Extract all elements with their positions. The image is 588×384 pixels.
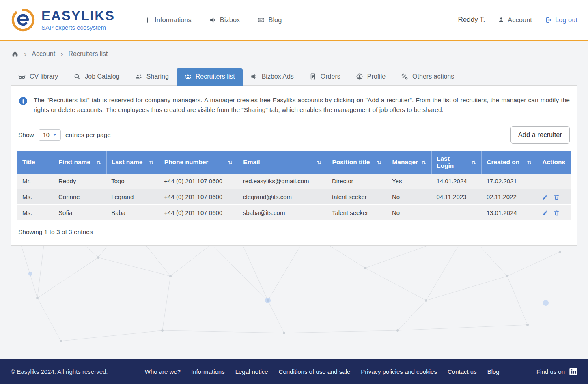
column-header-email[interactable]: Email — [238, 151, 327, 174]
entries-per-page-value: 10 — [43, 132, 50, 138]
table-cell: Ms. — [17, 189, 54, 205]
tab-label: Bizbox Ads — [262, 73, 294, 80]
column-header-last-login[interactable]: Last Login — [432, 151, 482, 174]
table-header-row: TitleFirst nameLast namePhone numberEmai… — [17, 151, 571, 174]
info-banner: The "Recruiters list" tab is reserved fo… — [17, 94, 571, 115]
edit-recruiter-button[interactable] — [542, 194, 548, 200]
top-header: EASYLIKS SAP experts ecosystem Informati… — [0, 0, 588, 41]
column-header-actions: Actions — [537, 151, 571, 174]
nav-item-informations[interactable]: Informations — [144, 16, 192, 24]
tab-others-actions[interactable]: Others actions — [393, 68, 462, 86]
megaphone-icon — [209, 17, 216, 24]
delete-recruiter-button[interactable] — [554, 210, 560, 216]
column-label: Actions — [542, 159, 565, 166]
table-cell: Director — [327, 174, 387, 189]
column-header-manager[interactable]: Manager — [387, 151, 432, 174]
pencil-icon — [542, 194, 548, 200]
column-header-first-name[interactable]: First name — [54, 151, 106, 174]
linkedin-icon[interactable] — [569, 367, 577, 376]
footer-link[interactable]: Contact us — [448, 368, 477, 375]
tab-bizbox-ads[interactable]: Bizbox Ads — [243, 68, 302, 86]
sort-icon — [377, 160, 382, 165]
footer-link[interactable]: Legal notice — [235, 368, 268, 375]
glasses-icon — [18, 73, 26, 80]
sharing-users-icon — [135, 73, 142, 80]
edit-recruiter-button[interactable] — [542, 210, 548, 216]
nav-item-blog[interactable]: Blog — [258, 16, 282, 24]
recruiter-row: Mr.ReddyTogo+44 (0) 201 107 0600red.easy… — [17, 174, 571, 189]
table-controls: Show 10 entries per page Add a recruiter — [17, 126, 571, 144]
actions-cell — [537, 205, 571, 221]
tab-label: Sharing — [146, 73, 169, 80]
actions-cell — [537, 174, 571, 189]
table-cell: 14.01.2024 — [432, 174, 482, 189]
add-recruiter-button[interactable]: Add a recruiter — [510, 126, 570, 144]
footer-link[interactable]: Blog — [487, 368, 500, 375]
column-label: Created on — [487, 159, 519, 166]
table-cell: 13.01.2024 — [482, 205, 537, 221]
table-cell: Corinne — [54, 189, 106, 205]
column-label: Last name — [112, 159, 143, 166]
brand-logo[interactable]: EASYLIKS SAP experts ecosystem — [11, 7, 115, 32]
tab-label: Others actions — [412, 73, 454, 80]
tab-label: Recruiters list — [196, 73, 235, 80]
column-header-title: Title — [17, 151, 54, 174]
footer-link[interactable]: Conditions of use and sale — [279, 368, 351, 375]
delete-recruiter-button[interactable] — [554, 194, 560, 200]
entries-per-page-select[interactable]: 10 — [39, 129, 61, 141]
header-right: Reddy T. Account Log out — [458, 16, 577, 24]
user-icon — [498, 17, 504, 23]
tab-profile[interactable]: Profile — [348, 68, 393, 86]
sort-icon — [471, 160, 476, 165]
tab-bar: CV library Job Catalog Sharing Recruiter… — [0, 68, 588, 86]
account-link[interactable]: Account — [498, 16, 532, 24]
tab-label: Profile — [367, 73, 386, 80]
sort-icon — [149, 160, 154, 165]
table-cell: Sofia — [54, 205, 106, 221]
column-header-position-title[interactable]: Position title — [327, 151, 387, 174]
copyright-text: © Easyliks 2024. All rights reserved. — [11, 368, 108, 375]
column-label: Title — [22, 159, 35, 166]
recruiters-panel: The "Recruiters list" tab is reserved fo… — [11, 85, 577, 246]
sort-icon — [228, 160, 233, 165]
tab-job-catalog[interactable]: Job Catalog — [66, 68, 127, 86]
logout-link[interactable]: Log out — [545, 16, 577, 24]
breadcrumb-account[interactable]: Account — [32, 50, 55, 58]
footer-link[interactable]: Informations — [191, 368, 225, 375]
tab-sharing[interactable]: Sharing — [127, 68, 177, 86]
footer-link[interactable]: Privacy policies and cookies — [361, 368, 437, 375]
tab-orders[interactable]: Orders — [302, 68, 348, 86]
column-header-last-name[interactable]: Last name — [106, 151, 159, 174]
actions-cell — [537, 189, 571, 205]
nav-item-bizbox[interactable]: Bizbox — [209, 16, 240, 24]
nav-label: Bizbox — [220, 16, 240, 24]
easyliks-logo-icon — [11, 7, 36, 32]
sort-icon — [527, 160, 532, 165]
sort-icon — [317, 160, 322, 165]
brand-tagline: SAP experts ecosystem — [41, 24, 115, 31]
table-cell: Talent seeker — [327, 205, 387, 221]
column-label: Manager — [392, 159, 418, 166]
tab-recruiters-list[interactable]: Recruiters list — [177, 68, 243, 86]
column-header-phone-number[interactable]: Phone number — [159, 151, 238, 174]
table-cell: Reddy — [54, 174, 106, 189]
logout-label: Log out — [555, 16, 577, 24]
row-actions — [542, 210, 566, 216]
table-cell: +44 (0) 201 107 0600 — [159, 205, 238, 221]
footer-link[interactable]: Who are we? — [145, 368, 181, 375]
column-header-created-on[interactable]: Created on — [482, 151, 537, 174]
column-label: Position title — [332, 159, 370, 166]
tab-label: Job Catalog — [85, 73, 119, 80]
page-body: Account Recruiters list CV library Job C… — [0, 41, 588, 359]
gears-icon — [401, 73, 408, 80]
table-cell: 02.11.2022 — [482, 189, 537, 205]
recruiter-row: Ms.CorinneLegrand+44 (0) 201 107 0600cle… — [17, 189, 571, 205]
footer-links: Who are we?InformationsLegal noticeCondi… — [145, 368, 500, 375]
user-circle-icon — [356, 73, 363, 80]
nav-label: Blog — [268, 16, 282, 24]
table-cell: Yes — [387, 174, 432, 189]
tab-cv-library[interactable]: CV library — [11, 68, 66, 86]
account-label: Account — [508, 16, 532, 24]
home-breadcrumb[interactable] — [11, 50, 19, 58]
current-user-name: Reddy T. — [458, 16, 485, 24]
